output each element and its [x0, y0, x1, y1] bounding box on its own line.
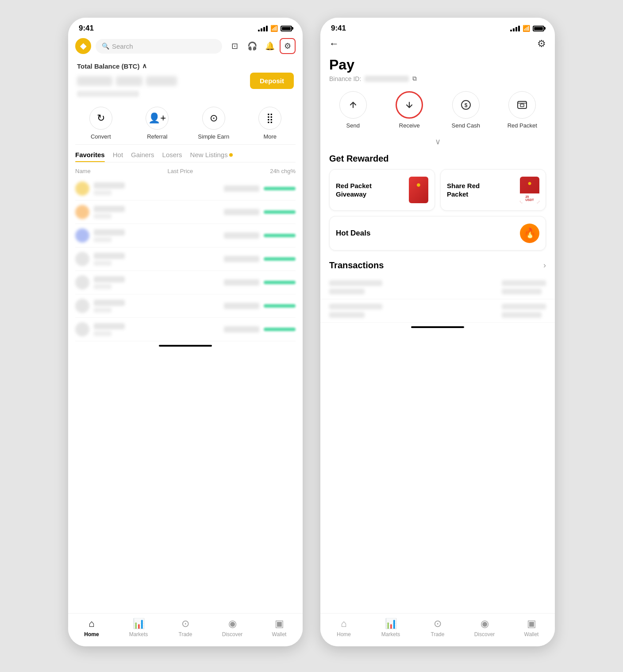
tab-gainers[interactable]: Gainers	[131, 151, 154, 162]
nav-trade[interactable]: ⊙ Trade	[172, 618, 199, 637]
transactions-chevron-right[interactable]: ›	[543, 261, 546, 270]
table-row[interactable]	[75, 247, 296, 271]
coin-sub-blur	[94, 190, 112, 195]
nav-markets[interactable]: 📊 Markets	[125, 618, 152, 637]
change-badge	[264, 210, 296, 214]
search-icon: 🔍	[102, 42, 109, 50]
simple-earn-label: Simple Earn	[198, 133, 229, 140]
tab-losers[interactable]: Losers	[162, 151, 182, 162]
table-row[interactable]	[75, 271, 296, 294]
nav-trade-label: Trade	[179, 631, 192, 637]
status-time-right: 9:41	[331, 24, 346, 33]
expand-actions-icon[interactable]: ∨	[320, 136, 555, 150]
receive-label: Receive	[399, 122, 420, 129]
red-packet-giveaway-card[interactable]: Red PacketGiveaway	[329, 169, 435, 211]
transaction-row[interactable]	[320, 276, 555, 299]
nav-home[interactable]: ⌂ Home	[78, 618, 105, 637]
pay-icon-btn[interactable]: ⚙	[280, 38, 296, 54]
table-row[interactable]	[75, 201, 296, 224]
page-title: Pay	[320, 54, 555, 75]
status-icons-right: 📶	[510, 25, 544, 32]
transactions-title: Transactions	[329, 260, 384, 270]
balance-section: Total Balance (BTC) ∧ Deposit	[68, 58, 303, 102]
nav-markets-label-right: Markets	[381, 631, 400, 637]
scan-icon-btn[interactable]: ⊡	[227, 38, 242, 54]
binance-id-label: Binance ID:	[329, 75, 361, 82]
tx-blur-amount	[502, 280, 546, 286]
red-packet-giveaway-image	[409, 177, 428, 203]
simple-earn-action[interactable]: ⊙ Simple Earn	[192, 107, 236, 140]
nav-wallet-right[interactable]: ▣ Wallet	[518, 618, 545, 637]
send-cash-label: Send Cash	[452, 122, 480, 129]
binance-logo[interactable]: ◆	[75, 38, 91, 54]
nav-wallet[interactable]: ▣ Wallet	[266, 618, 292, 637]
discover-icon: ◉	[228, 618, 237, 630]
table-row[interactable]	[75, 294, 296, 318]
nav-trade-right[interactable]: ⊙ Trade	[424, 618, 451, 637]
tab-favorites[interactable]: Favorites	[75, 151, 105, 162]
price-blur	[224, 279, 259, 286]
more-action[interactable]: ⣿ More	[248, 107, 292, 140]
nav-home-label-right: Home	[337, 631, 351, 637]
coin-sub-blur	[94, 284, 112, 289]
coin-icon	[75, 322, 89, 336]
pay-action-send-cash[interactable]: $ Send Cash	[442, 91, 490, 129]
transaction-row[interactable]	[320, 299, 555, 323]
tx-right	[502, 304, 546, 318]
referral-label: Referral	[147, 133, 167, 140]
right-phone: 9:41 📶 ← ⚙ Pay Binance ID:	[320, 18, 555, 646]
pay-action-red-packet[interactable]: Red Packet	[498, 91, 546, 129]
change-badge	[264, 328, 296, 331]
coin-name-blur	[94, 323, 125, 329]
red-packet-icon	[508, 91, 536, 119]
pay-action-send[interactable]: Send	[329, 91, 377, 129]
nav-discover-right[interactable]: ◉ Discover	[471, 618, 498, 637]
status-bar-right: 9:41 📶	[320, 18, 555, 35]
binance-id-row: Binance ID: ⧉	[320, 75, 555, 89]
bottom-nav-left: ⌂ Home 📊 Markets ⊙ Trade ◉ Discover ▣ Wa…	[68, 613, 303, 646]
coin-info	[94, 253, 219, 266]
convert-action[interactable]: ↻ Convert	[79, 107, 123, 140]
coin-icon	[75, 299, 89, 313]
nav-discover[interactable]: ◉ Discover	[219, 618, 246, 637]
bottom-nav-right: ⌂ Home 📊 Markets ⊙ Trade ◉ Discover ▣ Wa…	[320, 613, 555, 646]
coin-name-blur	[94, 229, 125, 236]
coin-info	[94, 182, 219, 195]
table-row[interactable]	[75, 318, 296, 341]
coin-info	[94, 229, 219, 242]
top-bar-left: ◆ 🔍 Search ⊡ 🎧 🔔 ⚙	[68, 35, 303, 58]
top-bar-right: ← ⚙	[320, 35, 555, 54]
tab-hot[interactable]: Hot	[113, 151, 123, 162]
table-row[interactable]	[75, 224, 296, 247]
rewards-grid: Red PacketGiveaway Share RedPacket 25USD…	[320, 169, 555, 216]
search-bar[interactable]: 🔍 Search	[96, 39, 222, 54]
nav-markets-right[interactable]: 📊 Markets	[377, 618, 404, 637]
wallet-icon: ▣	[275, 618, 284, 630]
headset-icon-btn[interactable]: 🎧	[244, 38, 260, 54]
trade-icon: ⊙	[181, 618, 189, 630]
copy-icon[interactable]: ⧉	[412, 75, 417, 82]
coin-info	[94, 276, 219, 289]
tx-left	[329, 280, 382, 294]
tx-blur-amount-sub	[502, 312, 542, 318]
receive-icon	[396, 91, 423, 119]
tab-new-listings[interactable]: New Listings	[190, 151, 233, 162]
gear-icon[interactable]: ⚙	[537, 38, 546, 50]
status-time-left: 9:41	[79, 24, 94, 33]
back-arrow[interactable]: ←	[329, 38, 339, 50]
sub-balance-blur	[77, 91, 139, 97]
coin-name-blur	[94, 276, 125, 282]
hot-deals-card[interactable]: Hot Deals 🔥	[329, 216, 546, 251]
referral-action[interactable]: 👤+ Referral	[135, 107, 179, 140]
coin-sub-blur	[94, 308, 112, 313]
pay-action-receive[interactable]: Receive	[385, 91, 434, 129]
markets-icon: 📊	[133, 618, 145, 630]
deposit-button[interactable]: Deposit	[250, 73, 294, 89]
share-red-packet-card[interactable]: Share RedPacket 25USDT	[440, 169, 546, 211]
bell-icon-btn[interactable]: 🔔	[262, 38, 278, 54]
new-listings-badge	[229, 153, 233, 157]
discover-icon-right: ◉	[481, 618, 489, 630]
nav-home-right[interactable]: ⌂ Home	[331, 618, 357, 637]
tx-blur-amount-sub	[502, 289, 542, 294]
table-row[interactable]	[75, 177, 296, 201]
